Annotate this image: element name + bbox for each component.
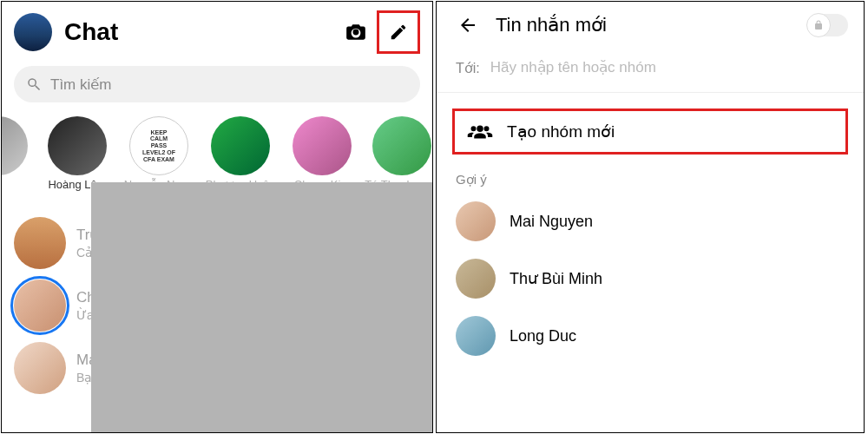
story-avatar (1, 116, 28, 175)
suggestion-avatar (456, 259, 496, 299)
people-group-icon (467, 122, 493, 141)
conversation-avatar (14, 217, 66, 269)
suggestion-row[interactable]: Mai Nguyen (437, 193, 864, 250)
pencil-icon (389, 23, 408, 42)
suggestion-name: Long Duc (510, 327, 576, 345)
arrow-left-icon (457, 15, 478, 36)
suggestion-avatar (456, 201, 496, 241)
camera-button[interactable] (339, 15, 373, 49)
back-button[interactable] (452, 15, 483, 36)
recipient-row: Tới: (437, 45, 864, 93)
chat-header: Chat (2, 2, 432, 61)
secret-toggle[interactable] (808, 14, 848, 36)
chat-title: Chat (64, 18, 339, 46)
story-avatar (293, 116, 352, 175)
redacted-overlay (91, 182, 433, 433)
suggestion-row[interactable]: Thư Bùi Minh (437, 250, 864, 307)
story-avatar (48, 116, 107, 175)
story-avatar (372, 116, 431, 175)
suggestion-name: Thư Bùi Minh (510, 269, 602, 288)
compose-highlight (377, 10, 420, 54)
suggestion-name: Mai Nguyen (510, 213, 593, 231)
create-group-button[interactable]: Tạo nhóm mới (452, 108, 848, 155)
new-message-header: Tin nhắn mới (437, 2, 864, 45)
new-message-title: Tin nhắn mới (496, 14, 808, 36)
conversation-avatar (14, 279, 66, 332)
story-avatar: KEEPCALMPASSLEVEL2 OFCFA EXAM (129, 116, 188, 175)
to-label: Tới: (456, 60, 480, 76)
recipient-input[interactable] (490, 59, 845, 76)
suggestion-avatar (456, 316, 496, 356)
new-message-screen: Tin nhắn mới Tới: Tạo nhóm mới Gợi ý Mai… (436, 1, 865, 433)
camera-icon (345, 21, 367, 43)
lock-icon (813, 20, 824, 30)
conversation-avatar (14, 342, 66, 394)
story-avatar (211, 116, 270, 175)
search-icon (26, 76, 42, 92)
create-group-label: Tạo nhóm mới (507, 122, 615, 141)
search-placeholder: Tìm kiếm (50, 76, 111, 94)
toggle-knob (806, 13, 831, 37)
suggestion-row[interactable]: Long Duc (437, 307, 864, 365)
suggestions-label: Gợi ý (437, 163, 864, 193)
compose-button[interactable] (381, 15, 416, 49)
search-bar[interactable]: Tìm kiếm (14, 66, 420, 102)
chat-list-screen: Chat Tìm kiếm Hoàng Lâm KEEPCALMPASSLEVE… (1, 1, 433, 433)
story-item[interactable] (7, 116, 36, 205)
profile-avatar[interactable] (14, 13, 52, 51)
